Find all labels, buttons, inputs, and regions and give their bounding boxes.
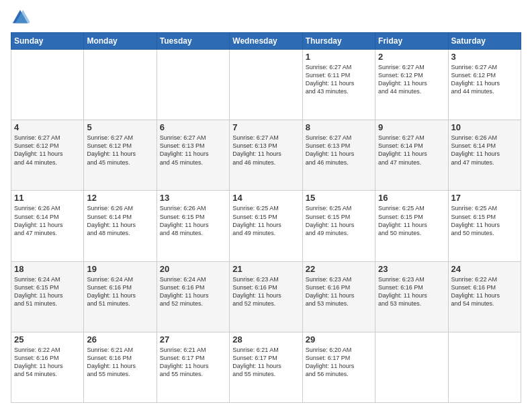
calendar-day-header: Thursday — [302, 33, 375, 50]
day-info: Sunrise: 6:26 AM Sunset: 6:14 PM Dayligh… — [87, 204, 153, 237]
day-info: Sunrise: 6:21 AM Sunset: 6:17 PM Dayligh… — [160, 346, 226, 379]
day-info: Sunrise: 6:27 AM Sunset: 6:13 PM Dayligh… — [160, 134, 226, 167]
logo-icon — [11, 8, 30, 27]
day-number: 17 — [451, 193, 518, 203]
day-number: 12 — [87, 193, 153, 203]
calendar-cell: 22Sunrise: 6:23 AM Sunset: 6:16 PM Dayli… — [302, 261, 375, 332]
day-number: 21 — [232, 264, 299, 274]
calendar-header-row: SundayMondayTuesdayWednesdayThursdayFrid… — [11, 33, 521, 50]
day-number: 4 — [14, 122, 81, 132]
logo — [11, 8, 32, 27]
day-info: Sunrise: 6:27 AM Sunset: 6:12 PM Dayligh… — [14, 134, 81, 167]
calendar-cell: 3Sunrise: 6:27 AM Sunset: 6:12 PM Daylig… — [448, 50, 521, 120]
day-info: Sunrise: 6:27 AM Sunset: 6:14 PM Dayligh… — [378, 134, 445, 167]
calendar-cell: 13Sunrise: 6:26 AM Sunset: 6:15 PM Dayli… — [157, 191, 229, 261]
day-info: Sunrise: 6:25 AM Sunset: 6:15 PM Dayligh… — [451, 204, 518, 237]
calendar-cell: 5Sunrise: 6:27 AM Sunset: 6:12 PM Daylig… — [84, 120, 157, 191]
day-info: Sunrise: 6:27 AM Sunset: 6:12 PM Dayligh… — [378, 63, 445, 96]
header — [11, 8, 521, 27]
calendar-cell — [230, 50, 302, 120]
calendar-cell: 27Sunrise: 6:21 AM Sunset: 6:17 PM Dayli… — [157, 332, 229, 402]
calendar-cell — [84, 50, 157, 120]
calendar-cell — [375, 332, 448, 402]
calendar-cell: 28Sunrise: 6:21 AM Sunset: 6:17 PM Dayli… — [230, 332, 302, 402]
calendar-cell: 1Sunrise: 6:27 AM Sunset: 6:11 PM Daylig… — [302, 50, 375, 120]
calendar-cell — [11, 50, 84, 120]
calendar-cell: 25Sunrise: 6:22 AM Sunset: 6:16 PM Dayli… — [11, 332, 84, 402]
calendar-day-header: Sunday — [11, 33, 84, 50]
day-number: 14 — [232, 193, 299, 203]
day-info: Sunrise: 6:24 AM Sunset: 6:16 PM Dayligh… — [160, 275, 226, 308]
day-info: Sunrise: 6:27 AM Sunset: 6:13 PM Dayligh… — [232, 134, 299, 167]
calendar-cell: 4Sunrise: 6:27 AM Sunset: 6:12 PM Daylig… — [11, 120, 84, 191]
day-number: 10 — [451, 122, 518, 132]
day-number: 25 — [14, 334, 81, 345]
calendar-week-row: 18Sunrise: 6:24 AM Sunset: 6:15 PM Dayli… — [11, 261, 521, 332]
calendar-cell: 6Sunrise: 6:27 AM Sunset: 6:13 PM Daylig… — [157, 120, 229, 191]
calendar-cell: 10Sunrise: 6:26 AM Sunset: 6:14 PM Dayli… — [448, 120, 521, 191]
calendar-cell: 16Sunrise: 6:25 AM Sunset: 6:15 PM Dayli… — [375, 191, 448, 261]
day-info: Sunrise: 6:22 AM Sunset: 6:16 PM Dayligh… — [451, 275, 518, 308]
calendar-cell: 12Sunrise: 6:26 AM Sunset: 6:14 PM Dayli… — [84, 191, 157, 261]
calendar-cell — [157, 50, 229, 120]
day-number: 7 — [232, 122, 299, 132]
calendar-cell: 17Sunrise: 6:25 AM Sunset: 6:15 PM Dayli… — [448, 191, 521, 261]
calendar-week-row: 1Sunrise: 6:27 AM Sunset: 6:11 PM Daylig… — [11, 50, 521, 120]
day-number: 28 — [232, 334, 299, 345]
day-number: 9 — [378, 122, 445, 132]
calendar-cell: 7Sunrise: 6:27 AM Sunset: 6:13 PM Daylig… — [230, 120, 302, 191]
day-number: 1 — [306, 52, 372, 62]
calendar-cell: 29Sunrise: 6:20 AM Sunset: 6:17 PM Dayli… — [302, 332, 375, 402]
calendar-day-header: Friday — [375, 33, 448, 50]
day-info: Sunrise: 6:22 AM Sunset: 6:16 PM Dayligh… — [14, 346, 81, 379]
calendar-cell: 19Sunrise: 6:24 AM Sunset: 6:16 PM Dayli… — [84, 261, 157, 332]
calendar-cell: 26Sunrise: 6:21 AM Sunset: 6:16 PM Dayli… — [84, 332, 157, 402]
day-info: Sunrise: 6:26 AM Sunset: 6:14 PM Dayligh… — [451, 134, 518, 167]
calendar-cell: 21Sunrise: 6:23 AM Sunset: 6:16 PM Dayli… — [230, 261, 302, 332]
day-info: Sunrise: 6:24 AM Sunset: 6:15 PM Dayligh… — [14, 275, 81, 308]
day-number: 13 — [160, 193, 226, 203]
day-info: Sunrise: 6:21 AM Sunset: 6:17 PM Dayligh… — [232, 346, 299, 379]
calendar-table: SundayMondayTuesdayWednesdayThursdayFrid… — [11, 32, 521, 403]
day-info: Sunrise: 6:23 AM Sunset: 6:16 PM Dayligh… — [232, 275, 299, 308]
calendar-day-header: Wednesday — [230, 33, 302, 50]
day-number: 11 — [14, 193, 81, 203]
day-number: 23 — [378, 264, 445, 274]
calendar-week-row: 25Sunrise: 6:22 AM Sunset: 6:16 PM Dayli… — [11, 332, 521, 402]
day-info: Sunrise: 6:26 AM Sunset: 6:14 PM Dayligh… — [14, 204, 81, 237]
day-number: 29 — [306, 334, 372, 345]
day-info: Sunrise: 6:27 AM Sunset: 6:11 PM Dayligh… — [306, 63, 372, 96]
day-number: 24 — [451, 264, 518, 274]
day-info: Sunrise: 6:25 AM Sunset: 6:15 PM Dayligh… — [232, 204, 299, 237]
day-number: 15 — [306, 193, 372, 203]
day-info: Sunrise: 6:25 AM Sunset: 6:15 PM Dayligh… — [306, 204, 372, 237]
calendar-cell: 24Sunrise: 6:22 AM Sunset: 6:16 PM Dayli… — [448, 261, 521, 332]
calendar-day-header: Tuesday — [157, 33, 229, 50]
calendar-cell: 9Sunrise: 6:27 AM Sunset: 6:14 PM Daylig… — [375, 120, 448, 191]
calendar-cell: 14Sunrise: 6:25 AM Sunset: 6:15 PM Dayli… — [230, 191, 302, 261]
calendar-day-header: Monday — [84, 33, 157, 50]
day-number: 5 — [87, 122, 153, 132]
calendar-cell: 18Sunrise: 6:24 AM Sunset: 6:15 PM Dayli… — [11, 261, 84, 332]
calendar-day-header: Saturday — [448, 33, 521, 50]
day-number: 18 — [14, 264, 81, 274]
day-number: 6 — [160, 122, 226, 132]
calendar-week-row: 4Sunrise: 6:27 AM Sunset: 6:12 PM Daylig… — [11, 120, 521, 191]
day-info: Sunrise: 6:21 AM Sunset: 6:16 PM Dayligh… — [87, 346, 153, 379]
calendar-cell: 8Sunrise: 6:27 AM Sunset: 6:13 PM Daylig… — [302, 120, 375, 191]
day-number: 19 — [87, 264, 153, 274]
day-number: 27 — [160, 334, 226, 345]
calendar-week-row: 11Sunrise: 6:26 AM Sunset: 6:14 PM Dayli… — [11, 191, 521, 261]
page: SundayMondayTuesdayWednesdayThursdayFrid… — [0, 0, 532, 411]
calendar-cell — [448, 332, 521, 402]
day-number: 22 — [306, 264, 372, 274]
day-number: 3 — [451, 52, 518, 62]
day-info: Sunrise: 6:25 AM Sunset: 6:15 PM Dayligh… — [378, 204, 445, 237]
day-info: Sunrise: 6:24 AM Sunset: 6:16 PM Dayligh… — [87, 275, 153, 308]
calendar-cell: 20Sunrise: 6:24 AM Sunset: 6:16 PM Dayli… — [157, 261, 229, 332]
day-info: Sunrise: 6:26 AM Sunset: 6:15 PM Dayligh… — [160, 204, 226, 237]
day-info: Sunrise: 6:27 AM Sunset: 6:13 PM Dayligh… — [306, 134, 372, 167]
day-info: Sunrise: 6:23 AM Sunset: 6:16 PM Dayligh… — [306, 275, 372, 308]
day-info: Sunrise: 6:23 AM Sunset: 6:16 PM Dayligh… — [378, 275, 445, 308]
day-number: 26 — [87, 334, 153, 345]
